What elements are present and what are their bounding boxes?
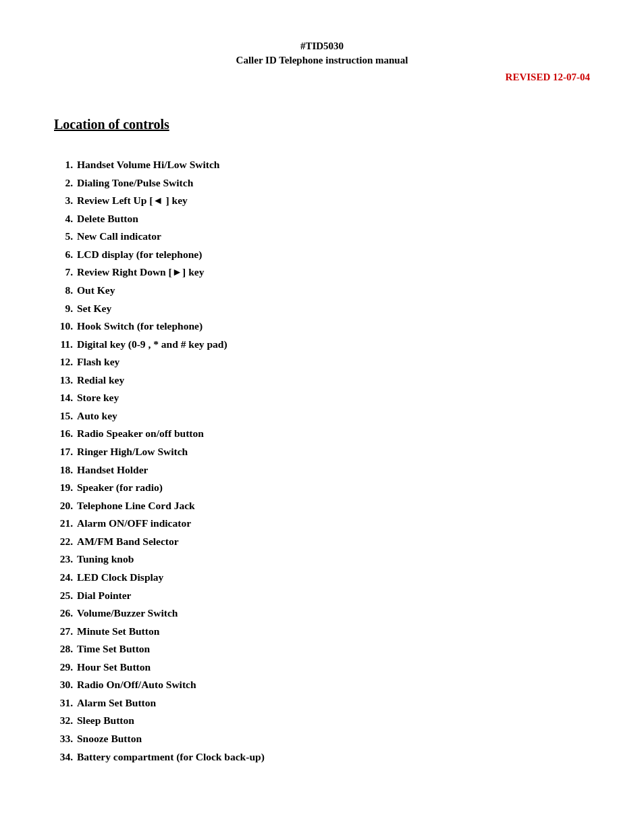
item-number: 2. <box>54 174 73 192</box>
item-text: Handset Holder <box>77 464 149 475</box>
list-item: 23.Tuning knob <box>54 550 590 568</box>
item-text: Telephone Line Cord Jack <box>77 500 195 511</box>
item-text: LED Clock Display <box>77 571 163 583</box>
item-text: LCD display (for telephone) <box>77 249 202 260</box>
item-text: Ringer High/Low Switch <box>77 446 188 457</box>
list-item: 2.Dialing Tone/Pulse Switch <box>54 174 590 192</box>
item-number: 34. <box>54 748 73 766</box>
list-item: 26.Volume/Buzzer Switch <box>54 604 590 622</box>
item-text: Sleep Button <box>77 714 134 726</box>
item-number: 15. <box>54 407 73 425</box>
list-item: 19.Speaker (for radio) <box>54 479 590 496</box>
list-item: 34.Battery compartment (for Clock back-u… <box>54 748 590 766</box>
item-number: 30. <box>54 676 73 694</box>
item-number: 14. <box>54 389 73 407</box>
item-text: Review Right Down [►] key <box>77 266 204 278</box>
item-text: Dial Pointer <box>77 590 132 601</box>
list-item: 13.Redial key <box>54 371 590 389</box>
item-text: Minute Set Button <box>77 625 159 637</box>
item-text: Time Set Button <box>77 643 150 654</box>
controls-list: 1.Handset Volume Hi/Low Switch2.Dialing … <box>54 156 590 765</box>
item-text: Flash key <box>77 356 119 367</box>
item-number: 32. <box>54 712 73 729</box>
item-number: 4. <box>54 210 73 228</box>
item-text: Volume/Buzzer Switch <box>77 607 178 619</box>
item-number: 33. <box>54 730 73 748</box>
item-number: 6. <box>54 246 73 263</box>
list-item: 12.Flash key <box>54 353 590 371</box>
item-number: 9. <box>54 300 73 317</box>
item-number: 29. <box>54 658 73 676</box>
list-item: 4.Delete Button <box>54 210 590 228</box>
item-text: New Call indicator <box>77 230 161 242</box>
list-item: 24.LED Clock Display <box>54 569 590 586</box>
item-number: 16. <box>54 425 73 442</box>
item-text: Redial key <box>77 374 124 386</box>
list-item: 32.Sleep Button <box>54 712 590 729</box>
list-item: 17.Ringer High/Low Switch <box>54 443 590 461</box>
item-text: Snooze Button <box>77 733 142 744</box>
item-text: Tuning knob <box>77 553 134 565</box>
item-number: 27. <box>54 623 73 640</box>
list-item: 22.AM/FM Band Selector <box>54 533 590 550</box>
item-number: 28. <box>54 640 73 658</box>
list-item: 16.Radio Speaker on/off button <box>54 425 590 442</box>
item-text: Digital key (0-9 , * and # key pad) <box>77 338 227 350</box>
product-id: #TID5030 <box>54 41 590 52</box>
item-text: Auto key <box>77 410 117 421</box>
list-item: 3.Review Left Up [◄ ] key <box>54 192 590 209</box>
list-item: 6.LCD display (for telephone) <box>54 246 590 263</box>
list-item: 33.Snooze Button <box>54 730 590 748</box>
list-item: 18.Handset Holder <box>54 461 590 479</box>
list-item: 5.New Call indicator <box>54 228 590 245</box>
item-number: 10. <box>54 317 73 335</box>
item-text: Store key <box>77 392 119 403</box>
item-number: 26. <box>54 604 73 622</box>
section-title: Location of controls <box>54 117 590 132</box>
item-text: AM/FM Band Selector <box>77 536 179 547</box>
item-text: Alarm ON/OFF indicator <box>77 517 191 529</box>
list-item: 31.Alarm Set Button <box>54 694 590 712</box>
item-text: Hour Set Button <box>77 661 151 673</box>
list-item: 14.Store key <box>54 389 590 407</box>
item-number: 21. <box>54 515 73 532</box>
item-text: Hook Switch (for telephone) <box>77 320 203 332</box>
list-item: 7.Review Right Down [►] key <box>54 263 590 281</box>
revised-date: REVISED 12-07-04 <box>54 72 590 83</box>
list-item: 15.Auto key <box>54 407 590 425</box>
list-item: 10.Hook Switch (for telephone) <box>54 317 590 335</box>
item-number: 22. <box>54 533 73 550</box>
item-number: 13. <box>54 371 73 389</box>
item-text: Speaker (for radio) <box>77 481 163 493</box>
list-item: 11.Digital key (0-9 , * and # key pad) <box>54 336 590 353</box>
item-number: 11. <box>54 336 73 353</box>
list-item: 30.Radio On/Off/Auto Switch <box>54 676 590 694</box>
document-subtitle: Caller ID Telephone instruction manual <box>54 55 590 66</box>
list-item: 28.Time Set Button <box>54 640 590 658</box>
list-item: 25.Dial Pointer <box>54 587 590 604</box>
item-text: Battery compartment (for Clock back-up) <box>77 751 265 762</box>
item-number: 23. <box>54 550 73 568</box>
item-text: Delete Button <box>77 213 138 224</box>
list-item: 27.Minute Set Button <box>54 623 590 640</box>
item-text: Review Left Up [◄ ] key <box>77 194 188 206</box>
list-item: 8.Out Key <box>54 282 590 299</box>
item-number: 20. <box>54 497 73 515</box>
item-text: Dialing Tone/Pulse Switch <box>77 177 193 188</box>
list-item: 1.Handset Volume Hi/Low Switch <box>54 156 590 174</box>
item-text: Radio Speaker on/off button <box>77 427 204 439</box>
item-number: 3. <box>54 192 73 209</box>
list-item: 9.Set Key <box>54 300 590 317</box>
item-text: Set Key <box>77 303 111 314</box>
item-text: Radio On/Off/Auto Switch <box>77 679 196 690</box>
list-item: 21.Alarm ON/OFF indicator <box>54 515 590 532</box>
document-header: #TID5030 Caller ID Telephone instruction… <box>54 41 590 83</box>
item-text: Out Key <box>77 284 115 296</box>
item-number: 7. <box>54 263 73 281</box>
item-number: 19. <box>54 479 73 496</box>
item-number: 25. <box>54 587 73 604</box>
list-item: 29.Hour Set Button <box>54 658 590 676</box>
item-number: 1. <box>54 156 73 174</box>
item-number: 31. <box>54 694 73 712</box>
item-number: 17. <box>54 443 73 461</box>
